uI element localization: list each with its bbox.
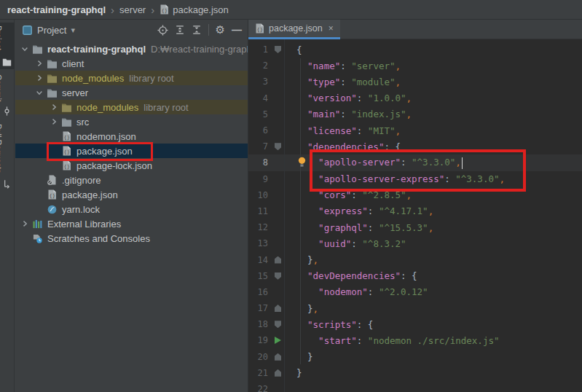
- chevron-down-icon[interactable]: [18, 44, 31, 53]
- breadcrumb-item-server[interactable]: server: [119, 4, 146, 15]
- collapse-all-icon[interactable]: [192, 25, 202, 35]
- code-line-17[interactable]: 17 },: [248, 300, 582, 316]
- project-panel-title[interactable]: Project: [37, 25, 66, 36]
- tree-item-package-json[interactable]: {}package.json: [15, 144, 248, 158]
- chevron-down-icon[interactable]: ▾: [71, 26, 75, 35]
- code-token: :: [351, 189, 362, 200]
- line-number: 18: [248, 319, 268, 329]
- tree-item-node-modules[interactable]: node_moduleslibrary root: [15, 100, 248, 114]
- code-text: "version": "1.0.0",: [284, 93, 412, 103]
- gutter-slot: [268, 369, 284, 377]
- close-tab-icon[interactable]: ×: [329, 23, 334, 34]
- breadcrumb-item-react-training-graphql[interactable]: react-training-graphql: [7, 4, 106, 15]
- tree-item-label: package.json: [62, 189, 118, 200]
- code-line-19[interactable]: 19 "start": "nodemon ./src/index.js": [248, 332, 582, 348]
- code-token: "^2.0.12": [379, 286, 428, 297]
- code-token: :: [368, 286, 379, 297]
- tree-item-external-libraries[interactable]: External Libraries: [15, 216, 248, 231]
- code-line-12[interactable]: 12 "graphql": "^15.5.3",: [248, 219, 582, 235]
- tree-item-client[interactable]: client: [15, 56, 248, 71]
- code-line-8[interactable]: 8 "apollo-server": "^3.3.0",: [248, 154, 582, 170]
- line-number: 5: [248, 109, 268, 119]
- code-editor[interactable]: 1{2 "name": "server",3 "type": "module",…: [248, 39, 582, 392]
- code-text: {: [284, 44, 302, 55]
- code-line-7[interactable]: 7 "dependencies": {: [248, 138, 582, 154]
- editor: {} package.json × 1{2 "name": "server",3…: [248, 20, 582, 392]
- code-line-1[interactable]: 1{: [248, 42, 582, 58]
- hide-icon[interactable]: —: [232, 25, 242, 35]
- chevron-down-icon[interactable]: [33, 88, 46, 97]
- line-number: 13: [248, 238, 268, 248]
- line-number: 20: [248, 352, 268, 362]
- tree-item-yarn-lock[interactable]: yarn.lock: [15, 202, 248, 216]
- tree-item-react-training-graphql[interactable]: react-training-graphqlD:₩react-training-…: [15, 42, 248, 56]
- code-line-2[interactable]: 2 "name": "server",: [248, 58, 582, 74]
- gutter-slot: [268, 46, 284, 53]
- chevron-right-icon[interactable]: [47, 103, 60, 111]
- gutter-slot: [268, 305, 284, 312]
- tree-item-package-json[interactable]: {}package.json: [15, 187, 248, 202]
- code-token: }: [307, 351, 313, 362]
- project-tool-icon: [2, 58, 12, 66]
- json-file-icon: {}: [46, 189, 58, 200]
- fold-start-marker-icon[interactable]: [275, 273, 281, 280]
- chevron-right-icon[interactable]: [47, 117, 60, 126]
- fold-start-marker-icon[interactable]: [275, 143, 281, 150]
- stripe-button-project[interactable]: Project: [0, 23, 15, 69]
- code-line-10[interactable]: 10 "cors": "^2.8.5",: [248, 187, 582, 203]
- code-line-4[interactable]: 4 "version": "1.0.0",: [248, 90, 582, 106]
- fold-end-marker-icon[interactable]: [275, 256, 281, 264]
- code-line-13[interactable]: 13 "uuid": "^8.3.2": [248, 235, 582, 251]
- code-line-5[interactable]: 5 "main": "index.js",: [248, 106, 582, 122]
- stripe-button-label-box: Pull Requests: [0, 122, 15, 179]
- tree-item-server[interactable]: server: [15, 85, 248, 100]
- code-line-3[interactable]: 3 "type": "module",: [248, 74, 582, 90]
- gutter-slot: [268, 337, 284, 344]
- code-token: "type": [307, 77, 340, 87]
- code-line-9[interactable]: 9 "apollo-server-express": "^3.3.0",: [248, 171, 582, 187]
- line-number: 3: [248, 77, 268, 87]
- tree-item-node-modules[interactable]: node_moduleslibrary root: [15, 71, 248, 85]
- fold-start-marker-icon[interactable]: [275, 46, 281, 53]
- stripe-button-pull-requests[interactable]: Pull Requests: [0, 121, 15, 192]
- chevron-right-icon[interactable]: [18, 219, 31, 228]
- fold-end-marker-icon[interactable]: [275, 353, 281, 361]
- tree-item-gitignore[interactable]: .gitignore: [15, 173, 248, 187]
- fold-end-marker-icon[interactable]: [275, 305, 281, 312]
- fold-end-marker-icon[interactable]: [275, 369, 281, 377]
- gitignore-file-icon: [46, 175, 58, 185]
- tree-item-scratches-and-consoles[interactable]: Scratches and Consoles: [15, 231, 248, 246]
- breadcrumb-separator: ›: [151, 4, 154, 16]
- locate-icon[interactable]: [157, 25, 168, 36]
- code-line-15[interactable]: 15 "devDependencies": {: [248, 268, 582, 284]
- tab-label: package.json: [269, 23, 323, 34]
- code-line-22[interactable]: 22: [248, 381, 582, 392]
- yarn-lock-icon: [46, 205, 58, 214]
- expand-all-icon[interactable]: [175, 25, 185, 35]
- project-tool-window: Project ▾ ⚙— react-training-graphqlD:₩re…: [15, 20, 248, 392]
- code-line-20[interactable]: 20 }: [248, 349, 582, 365]
- tree-item-nodemon-json[interactable]: {}nodemon.json: [15, 129, 248, 144]
- lightbulb-icon[interactable]: [297, 157, 307, 170]
- code-token: [296, 335, 318, 346]
- code-token: "main": [307, 109, 340, 119]
- fold-start-marker-icon[interactable]: [275, 321, 281, 328]
- tab-package-json[interactable]: {} package.json ×: [248, 20, 340, 39]
- code-line-18[interactable]: 18 "scripts": {: [248, 316, 582, 332]
- json-file-icon: {}: [160, 4, 169, 15]
- tree-item-src[interactable]: src: [15, 114, 248, 129]
- tree-item-package-lock-json[interactable]: {}package-lock.json: [15, 158, 248, 173]
- code-line-21[interactable]: 21}: [248, 365, 582, 381]
- settings-icon[interactable]: ⚙: [216, 25, 225, 35]
- code-line-11[interactable]: 11 "express": "^4.17.1",: [248, 203, 582, 219]
- code-token: [296, 238, 318, 249]
- stripe-button-commit[interactable]: Commit: [0, 71, 15, 119]
- run-icon[interactable]: [275, 337, 281, 344]
- chevron-right-icon[interactable]: [33, 59, 46, 68]
- code-line-14[interactable]: 14 },: [248, 251, 582, 267]
- breadcrumb-item-package-json[interactable]: package.json: [173, 4, 229, 15]
- code-line-6[interactable]: 6 "license": "MIT",: [248, 122, 582, 138]
- code-text: "dependencies": {: [284, 141, 401, 152]
- code-line-16[interactable]: 16 "nodemon": "^2.0.12": [248, 284, 582, 300]
- chevron-right-icon[interactable]: [33, 74, 46, 82]
